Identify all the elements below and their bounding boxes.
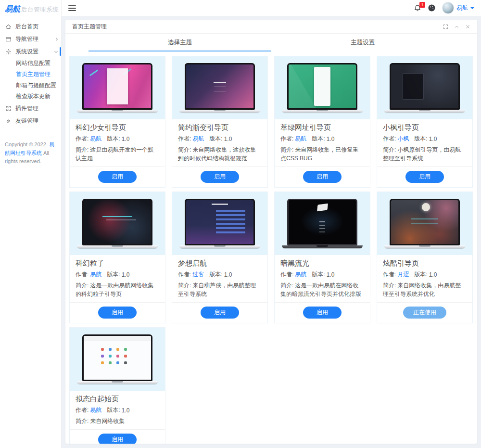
theme-desc: 简介:这是由易航开发的一个默认主题 xyxy=(76,145,159,163)
skin-icon[interactable] xyxy=(428,4,436,12)
apply-button[interactable]: 启用 xyxy=(201,171,239,183)
apply-button[interactable]: 启用 xyxy=(303,171,342,183)
plugin-grid-icon xyxy=(5,105,12,112)
theme-meta: 作者:易航 版本:1.0 xyxy=(280,270,364,279)
sidebar-subitem-site-info[interactable]: 网站信息配置 xyxy=(0,58,61,69)
theme-desc: 简介:小枫原创引导页，由易航整理至引导系统 xyxy=(383,145,467,163)
author-link[interactable]: 易航 xyxy=(192,135,204,143)
author-link[interactable]: 月涩 xyxy=(397,270,409,279)
author-link[interactable]: 易航 xyxy=(90,406,101,414)
author-label: 作者: xyxy=(76,406,89,414)
version-label: 版本: xyxy=(312,270,325,279)
user-menu[interactable]: 易航 xyxy=(442,2,474,14)
author-label: 作者: xyxy=(280,135,293,143)
card-footer: 启用 xyxy=(70,302,165,323)
tab-select-theme[interactable]: 选择主题 xyxy=(89,34,271,51)
avatar xyxy=(442,2,454,14)
author-link[interactable]: 易航 xyxy=(90,270,101,279)
card-footer: 启用 xyxy=(275,166,370,187)
card-footer: 正在使用 xyxy=(377,302,472,323)
laptop-mockup xyxy=(82,334,152,384)
theme-grid: 科幻少女引导页 作者:易航 版本:1.0 简介:这是由易航开发的一个默认主题 启… xyxy=(65,51,477,444)
sidebar-item-nav-manage[interactable]: 导航管理 xyxy=(0,33,61,45)
apply-button[interactable]: 启用 xyxy=(303,307,342,319)
author-link[interactable]: 易航 xyxy=(90,135,101,143)
theme-card: 梦想启航 作者:过客 版本:1.0 简介:来自葫芦侠，由易航整理至引导系统 启用 xyxy=(172,192,268,323)
chevron-down-icon xyxy=(54,49,58,52)
theme-name: 梦想启航 xyxy=(178,259,262,268)
apply-button[interactable]: 启用 xyxy=(98,307,137,319)
topbar: 1 易航 xyxy=(62,0,481,16)
sidebar-item-label: 系统设置 xyxy=(15,48,55,56)
bell-icon[interactable]: 1 xyxy=(414,4,421,12)
desc-label: 简介: xyxy=(280,282,293,289)
theme-thumbnail xyxy=(172,56,267,119)
card-footer: 启用 xyxy=(377,166,472,187)
home-icon xyxy=(5,24,12,30)
theme-card: 科幻粒子 作者:易航 版本:1.0 简介:这是一款由易航网络收集的科幻粒子引导页… xyxy=(69,192,165,323)
version-label: 版本: xyxy=(209,270,222,279)
laptop-mockup xyxy=(185,63,255,113)
theme-meta: 作者:易航 版本:1.0 xyxy=(178,135,262,143)
version-value: 1.0 xyxy=(224,271,232,278)
main-content: 首页主题管理 选择主题 主题设置 科幻少女引导页 作者:易航 版本:1.0 xyxy=(62,16,481,448)
sidebar-item-friend-links[interactable]: 友链管理 xyxy=(0,115,61,127)
theme-desc: 简介:来自网络收集，已修复重点CSS BUG xyxy=(280,145,364,163)
version-value: 1.0 xyxy=(429,271,437,278)
apply-button[interactable]: 启用 xyxy=(98,434,137,444)
panel-header: 首页主题管理 xyxy=(65,20,477,34)
chevron-up-icon[interactable] xyxy=(454,24,459,29)
laptop-mockup xyxy=(390,199,460,248)
sidebar-subitem-theme-manage[interactable]: 首页主题管理 xyxy=(0,69,61,80)
author-link[interactable]: 易航 xyxy=(295,270,306,279)
tabs: 选择主题 主题设置 xyxy=(89,34,454,51)
theme-manage-panel: 首页主题管理 选择主题 主题设置 科幻少女引导页 作者:易航 版本:1.0 xyxy=(65,20,477,444)
version-label: 版本: xyxy=(107,270,120,279)
sidebar-item-plugin-manage[interactable]: 插件管理 xyxy=(0,102,61,115)
apply-button[interactable]: 启用 xyxy=(405,171,444,183)
theme-card: 暗黑流光 作者:易航 版本:1.0 简介:这是一款由易航在网络收集的暗黑流光引导… xyxy=(274,192,370,323)
app-logo: 易航 后台管理系统 xyxy=(0,0,61,16)
card-footer: 启用 xyxy=(275,302,370,323)
desc-text: 来自网络收集 xyxy=(90,418,125,424)
author-link[interactable]: 小枫 xyxy=(397,135,409,143)
chevron-right-icon xyxy=(54,37,58,40)
sidebar-item-dashboard[interactable]: 后台首页 xyxy=(0,20,61,33)
sidebar-item-system-settings[interactable]: 系统设置 xyxy=(0,45,61,58)
sidebar-subitem-check-update[interactable]: 检查版本更新 xyxy=(0,91,61,102)
author-label: 作者: xyxy=(178,135,191,143)
theme-thumbnail xyxy=(70,192,165,255)
link-icon xyxy=(5,118,12,124)
copyright: Copyright © 2022. 易航网址引导系统 All rights re… xyxy=(5,134,57,166)
author-link[interactable]: 过客 xyxy=(192,270,204,279)
desc-label: 简介: xyxy=(178,282,191,289)
card-footer: 启用 xyxy=(70,429,165,444)
version-value: 1.0 xyxy=(122,271,130,278)
sidebar-menu: 后台首页 导航管理 系统设置 网站信息配置 首页主题管理 邮箱与提醒配置 检查版… xyxy=(0,16,61,127)
theme-name: 炫酷引导页 xyxy=(383,259,467,268)
apply-button[interactable]: 启用 xyxy=(98,171,137,183)
author-link[interactable]: 易航 xyxy=(295,135,306,143)
sidebar-item-label: 插件管理 xyxy=(15,104,57,113)
panel-title: 首页主题管理 xyxy=(72,23,107,31)
version-value: 1.0 xyxy=(122,407,130,414)
tab-theme-settings[interactable]: 主题设置 xyxy=(271,34,454,51)
version-label: 版本: xyxy=(414,135,427,143)
in-use-button[interactable]: 正在使用 xyxy=(403,307,446,319)
theme-meta: 作者:小枫 版本:1.0 xyxy=(383,135,467,143)
sidebar-item-label: 后台首页 xyxy=(15,23,57,31)
close-icon[interactable] xyxy=(465,24,470,29)
theme-thumbnail xyxy=(377,192,472,255)
desc-label: 简介: xyxy=(383,282,396,289)
theme-name: 科幻少女引导页 xyxy=(76,123,159,132)
sidebar-subitem-mail-config[interactable]: 邮箱与提醒配置 xyxy=(0,80,61,91)
laptop-mockup xyxy=(82,63,152,113)
theme-card: 拟态白起始页 作者:易航 版本:1.0 简介:来自网络收集 启用 xyxy=(69,327,165,444)
topbar-right: 1 易航 xyxy=(414,2,474,14)
apply-button[interactable]: 启用 xyxy=(201,307,239,319)
hamburger-icon[interactable] xyxy=(68,4,76,13)
theme-desc: 简介:来自网络收集，由易航整理至引导系统并优化 xyxy=(383,281,467,298)
expand-icon[interactable] xyxy=(443,24,448,29)
sidebar-item-label: 友链管理 xyxy=(15,117,57,125)
app-logo-brand: 易航 xyxy=(5,4,20,14)
